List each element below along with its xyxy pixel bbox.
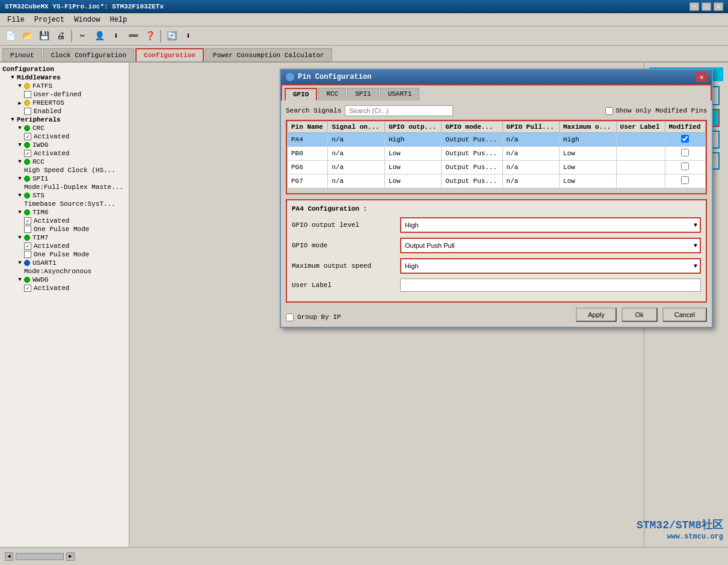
- gpio-output-level-select[interactable]: High Low: [401, 218, 700, 232]
- tree-wwdg-activated[interactable]: ✓ Activated: [0, 284, 129, 292]
- tab-configuration[interactable]: Configuration: [135, 48, 204, 61]
- expand-wwdg[interactable]: ▼: [17, 277, 23, 283]
- expand-usart1[interactable]: ▼: [17, 260, 23, 266]
- tool-person[interactable]: 👤: [91, 28, 107, 44]
- ok-button[interactable]: Ok: [622, 307, 658, 322]
- tree-tim6-pulse[interactable]: One Pulse Mode: [0, 225, 129, 233]
- tree-tim7[interactable]: ▼ TIM7: [0, 233, 129, 242]
- tree-fatfs[interactable]: ▼ FATFS: [0, 82, 129, 90]
- tim6-pulse-checkbox[interactable]: [24, 226, 31, 233]
- tree-freertos-enabled[interactable]: Enabled: [0, 107, 129, 116]
- expand-freertos[interactable]: ▶: [17, 100, 23, 106]
- iwdg-activated-checkbox[interactable]: ✓: [24, 150, 31, 157]
- cancel-button[interactable]: Cancel: [662, 307, 707, 322]
- expand-middlewares[interactable]: ▼: [10, 75, 16, 81]
- output-cell: Low: [384, 161, 441, 174]
- tool-cut[interactable]: ✂: [75, 28, 90, 44]
- tree-peripherals[interactable]: ▼ Peripherals: [0, 116, 129, 124]
- close-window-button[interactable]: ✕: [714, 2, 723, 11]
- table-row[interactable]: PA4 n/a High Output Pus... n/a High: [288, 133, 706, 147]
- dialog-tab-rcc[interactable]: RCC: [318, 88, 346, 100]
- table-row[interactable]: PG6 n/a Low Output Pus... n/a Low: [288, 161, 706, 174]
- tree-tim6[interactable]: ▼ TIM6: [0, 208, 129, 217]
- dialog-tab-spi1[interactable]: SPI1: [347, 88, 378, 100]
- crc-activated-checkbox[interactable]: ✓: [24, 133, 31, 140]
- tool-arrow-down[interactable]: ⬇: [180, 28, 196, 44]
- expand-fatfs[interactable]: ▼: [17, 83, 23, 89]
- tool-download[interactable]: ⬇: [108, 28, 124, 44]
- freertos-enabled-checkbox[interactable]: [24, 108, 31, 115]
- table-row[interactable]: PG7 n/a Low Output Pus... n/a Low: [288, 174, 706, 188]
- menu-project[interactable]: Project: [29, 14, 69, 25]
- right-panel: System DMA ⇄ GPIO →● NVIC ↔ RCC 🔑: [129, 63, 728, 547]
- tool-help[interactable]: ❓: [142, 28, 158, 44]
- scroll-area: ◀ ▶: [5, 552, 75, 561]
- tree-freertos[interactable]: ▶ FREERTOS: [0, 99, 129, 107]
- tree-user-defined[interactable]: User-defined: [0, 90, 129, 99]
- maximize-button[interactable]: □: [702, 2, 711, 11]
- tree-spi1[interactable]: ▼ SPI1: [0, 174, 129, 183]
- tree-wwdg[interactable]: ▼ WWDG: [0, 276, 129, 284]
- save-as-button[interactable]: 🖨: [53, 28, 69, 44]
- open-button[interactable]: 📂: [19, 28, 35, 44]
- tree-crc-activated[interactable]: ✓ Activated: [0, 132, 129, 141]
- tree-iwdg-activated[interactable]: ✓ Activated: [0, 149, 129, 158]
- apply-button[interactable]: Apply: [576, 307, 617, 322]
- wwdg-activated-checkbox[interactable]: ✓: [24, 285, 31, 292]
- tree-rcc[interactable]: ▼ RCC: [0, 158, 129, 166]
- expand-iwdg[interactable]: ▼: [17, 142, 23, 148]
- expand-sts[interactable]: ▼: [17, 193, 23, 199]
- user-label-input[interactable]: [400, 279, 701, 292]
- tool-minus[interactable]: ➖: [125, 28, 141, 44]
- tim6-activated-checkbox[interactable]: ✓: [24, 217, 31, 224]
- tree-iwdg[interactable]: ▼ IWDG: [0, 141, 129, 149]
- expand-crc[interactable]: ▼: [17, 125, 23, 131]
- expand-tim6[interactable]: ▼: [17, 209, 23, 215]
- new-button[interactable]: 📄: [2, 28, 18, 44]
- modified-checkbox[interactable]: [681, 135, 689, 143]
- expand-spi1[interactable]: ▼: [17, 176, 23, 182]
- scroll-right-button[interactable]: ▶: [66, 552, 75, 561]
- save-button[interactable]: 💾: [36, 28, 52, 44]
- expand-tim7[interactable]: ▼: [17, 235, 23, 241]
- dialog-close-button[interactable]: ✕: [696, 72, 707, 82]
- tree-tim7-activated[interactable]: ✓ Activated: [0, 242, 129, 250]
- dialog-tab-gpio[interactable]: GPIO: [285, 88, 317, 100]
- group-by-ip-checkbox[interactable]: [286, 313, 294, 321]
- horizontal-scrollbar[interactable]: [16, 553, 64, 560]
- tree-sts[interactable]: ▼ STS: [0, 191, 129, 200]
- usart1-label: USART1: [32, 259, 57, 267]
- modified-checkbox-pg6[interactable]: [681, 162, 689, 170]
- menu-file[interactable]: File: [2, 14, 29, 25]
- tim7-pulse-checkbox[interactable]: [24, 251, 31, 258]
- expand-rcc[interactable]: ▼: [17, 159, 23, 165]
- tree-usart1[interactable]: ▼ USART1: [0, 259, 129, 267]
- tree-crc[interactable]: ▼ CRC: [0, 124, 129, 132]
- tree-tim7-pulse[interactable]: One Pulse Mode: [0, 250, 129, 259]
- tab-clock[interactable]: Clock Configuration: [43, 48, 134, 61]
- search-input[interactable]: [345, 105, 453, 116]
- pin-table: Pin Name Signal on... GPIO outp... GPIO …: [287, 121, 706, 188]
- minimize-button[interactable]: ─: [689, 2, 699, 11]
- main-layout: Configuration ▼ MiddleWares ▼ FATFS User…: [0, 63, 728, 547]
- tab-power[interactable]: Power Consumption Calculator: [205, 48, 332, 61]
- dialog-tab-usart1[interactable]: USART1: [380, 88, 420, 100]
- tab-pinout[interactable]: Pinout: [2, 48, 42, 61]
- tree-middlewares[interactable]: ▼ MiddleWares: [0, 73, 129, 82]
- window-controls[interactable]: ─ □ ✕: [689, 2, 723, 11]
- menu-window[interactable]: Window: [69, 14, 105, 25]
- max-speed-select[interactable]: High Medium Low: [401, 259, 700, 273]
- tim7-activated-checkbox[interactable]: ✓: [24, 242, 31, 250]
- modified-checkbox-pg7[interactable]: [681, 176, 689, 184]
- menu-help[interactable]: Help: [105, 14, 132, 25]
- modified-checkbox-pb0[interactable]: [681, 149, 689, 156]
- expand-peripherals[interactable]: ▼: [10, 117, 16, 123]
- show-modified-checkbox[interactable]: [605, 107, 613, 115]
- table-row[interactable]: PB0 n/a Low Output Pus... n/a Low: [288, 147, 706, 161]
- gpio-mode-select[interactable]: Output Push Pull Output Open Drain: [401, 239, 700, 252]
- scroll-left-button[interactable]: ◀: [5, 552, 13, 561]
- dialog-title-icon: [286, 73, 294, 81]
- tree-tim6-activated[interactable]: ✓ Activated: [0, 217, 129, 225]
- tool-refresh[interactable]: 🔄: [164, 28, 179, 44]
- user-defined-checkbox[interactable]: [24, 91, 31, 98]
